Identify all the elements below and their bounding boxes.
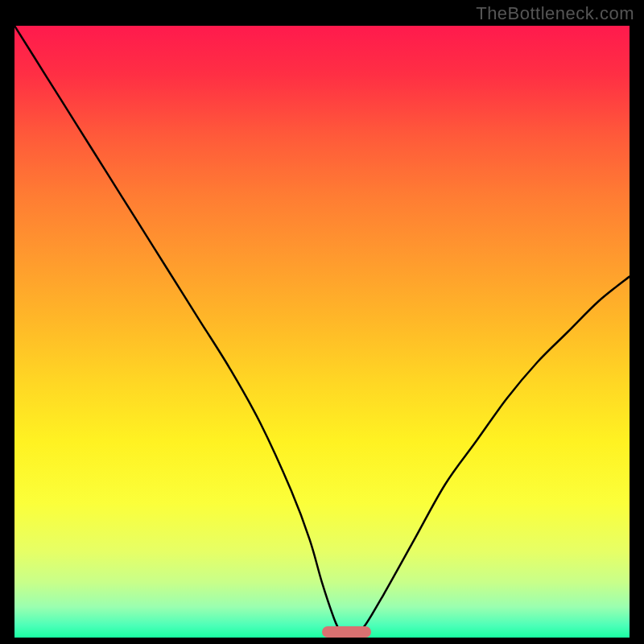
chart-frame: TheBottleneck.com bbox=[0, 0, 644, 644]
plot-area bbox=[14, 26, 630, 638]
watermark-text: TheBottleneck.com bbox=[476, 3, 634, 24]
optimal-range-marker bbox=[322, 626, 371, 638]
curve-svg bbox=[14, 26, 630, 638]
bottleneck-curve-path bbox=[14, 26, 630, 638]
